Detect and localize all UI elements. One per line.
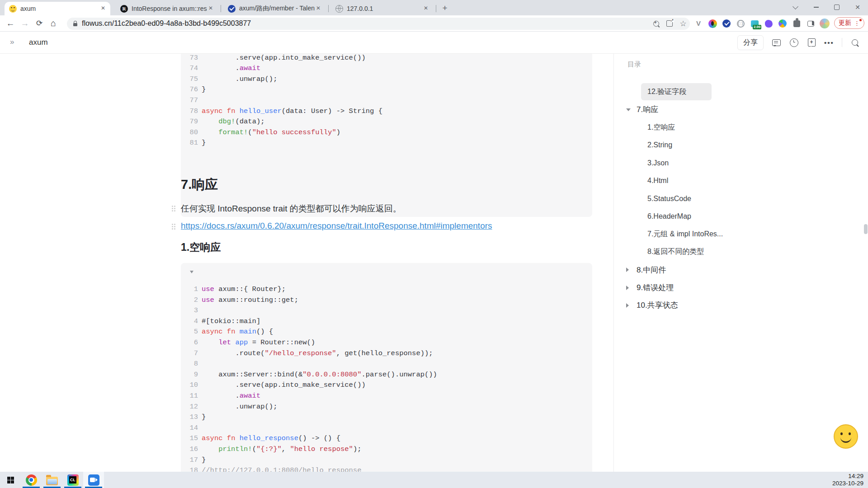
code-token: async bbox=[202, 107, 223, 115]
clion-taskbar-icon[interactable] bbox=[62, 472, 83, 488]
start-button[interactable] bbox=[0, 472, 21, 488]
back-button[interactable]: ← bbox=[4, 15, 17, 31]
drag-handle-icon[interactable] bbox=[172, 224, 173, 225]
code-token: await bbox=[240, 392, 261, 400]
close-tab-icon[interactable]: ✕ bbox=[315, 5, 322, 12]
line-number: 13 bbox=[181, 412, 198, 423]
code-line: 16 println!("{:?}", "hello respose"); bbox=[181, 444, 592, 455]
chevron-right-icon[interactable] bbox=[626, 303, 629, 308]
code-token: .unwrap(); bbox=[202, 403, 277, 411]
toc-item[interactable]: 8.返回不同的类型 bbox=[614, 243, 868, 261]
check-extension-icon[interactable] bbox=[721, 17, 732, 30]
history-icon[interactable] bbox=[789, 38, 799, 47]
toc-item[interactable]: 7.响应 bbox=[614, 101, 868, 118]
tab-search-icon[interactable] bbox=[785, 0, 806, 14]
code-token: println! bbox=[218, 445, 252, 453]
scrollbar-thumb[interactable] bbox=[864, 224, 868, 234]
side-panel-icon[interactable] bbox=[805, 17, 816, 30]
new-tab-button[interactable]: + bbox=[439, 3, 450, 14]
code-token: hello_response bbox=[240, 434, 298, 442]
home-button[interactable]: ⌂ bbox=[47, 15, 60, 31]
close-tab-icon[interactable]: ✕ bbox=[422, 5, 429, 12]
collapse-toggle-icon[interactable] bbox=[190, 271, 193, 273]
toc-item[interactable]: 1.空响应 bbox=[614, 118, 868, 136]
toc-item[interactable]: 12.验证字段 bbox=[614, 83, 868, 101]
share-page-icon[interactable] bbox=[663, 18, 676, 30]
json-extension-icon[interactable] bbox=[735, 17, 746, 30]
toc-item[interactable]: 2.String bbox=[614, 136, 868, 154]
code-token: format! bbox=[218, 128, 248, 136]
forward-button[interactable]: → bbox=[18, 15, 32, 31]
drag-handle-icon[interactable] bbox=[172, 206, 173, 207]
chevron-right-icon[interactable] bbox=[626, 286, 629, 290]
toc-item[interactable]: 5.StatusCode bbox=[614, 190, 868, 207]
toc-item-label: 9.错误处理 bbox=[637, 282, 674, 293]
toc-item[interactable]: 7.元组 & impl IntoRes... bbox=[614, 225, 868, 243]
line-number: 17 bbox=[181, 455, 198, 466]
code-token: .unwrap(); bbox=[202, 75, 277, 83]
chevron-right-icon[interactable] bbox=[626, 267, 629, 272]
recorder-taskbar-icon[interactable] bbox=[83, 472, 104, 488]
chevron-down-icon[interactable] bbox=[626, 108, 631, 111]
price-extension-icon[interactable]: 2.00 bbox=[749, 17, 760, 30]
docs-link[interactable]: https://docs.rs/axum/0.6.20/axum/respons… bbox=[181, 221, 492, 231]
camera-extension-icon[interactable] bbox=[707, 17, 718, 30]
purple-extension-icon[interactable] bbox=[763, 17, 774, 30]
toc-item-label: 8.返回不同的类型 bbox=[647, 247, 704, 257]
more-options-icon[interactable]: ••• bbox=[824, 38, 834, 47]
code-token bbox=[223, 107, 227, 115]
browser-tab[interactable]: 127.0.0.1✕ bbox=[331, 2, 433, 15]
bookmark-star-icon[interactable]: ☆ bbox=[676, 18, 690, 30]
reload-button[interactable]: ⟳ bbox=[33, 15, 46, 31]
share-button[interactable]: 分享 bbox=[737, 35, 764, 50]
toc-item[interactable]: 6.HeaderMap bbox=[614, 207, 868, 225]
toc-item[interactable]: 10.共享状态 bbox=[614, 296, 868, 314]
browser-tab[interactable]: IntoResponse in axum::respons✕ bbox=[116, 2, 218, 15]
browser-tab[interactable]: axum✕ bbox=[5, 2, 110, 15]
toc-item[interactable]: 9.错误处理 bbox=[614, 279, 868, 296]
tab-title: axum bbox=[20, 5, 99, 12]
zoom-level-icon[interactable] bbox=[649, 18, 663, 30]
toc-item[interactable]: 4.Html bbox=[614, 172, 868, 190]
toc-item-label: 3.Json bbox=[647, 159, 669, 167]
code-line: 77 bbox=[181, 95, 592, 106]
close-tab-icon[interactable]: ✕ bbox=[207, 5, 214, 12]
globe-favicon bbox=[335, 5, 343, 13]
address-bar[interactable]: flowus.cn/11c2bea0-ed09-4a8a-b3bd-b499c5… bbox=[67, 18, 690, 30]
toc-item-label: 1.空响应 bbox=[647, 123, 675, 132]
close-window-button[interactable]: ✕ bbox=[847, 0, 868, 14]
line-number: 5 bbox=[181, 327, 198, 338]
v-extension-icon[interactable] bbox=[693, 17, 704, 30]
maximize-button[interactable] bbox=[826, 0, 847, 14]
pie-extension-icon[interactable] bbox=[777, 17, 788, 30]
puzzle-extensions-icon[interactable] bbox=[791, 17, 802, 30]
code-token: let bbox=[218, 338, 231, 347]
browser-menu-icon[interactable]: ⋮ bbox=[854, 20, 860, 27]
expand-sidebar-icon[interactable]: » bbox=[10, 38, 13, 47]
close-tab-icon[interactable]: ✕ bbox=[99, 5, 107, 12]
assistant-smiley-button[interactable] bbox=[834, 424, 858, 449]
toc-item[interactable]: 3.Json bbox=[614, 154, 868, 172]
profile-avatar-icon[interactable] bbox=[819, 17, 830, 30]
code-token: (data); bbox=[235, 117, 264, 126]
chrome-taskbar-icon[interactable] bbox=[21, 472, 42, 488]
search-icon[interactable] bbox=[850, 38, 860, 47]
lock-icon[interactable] bbox=[73, 23, 77, 26]
browser-update-button[interactable]: 更新 ⋮ bbox=[834, 17, 864, 29]
browser-tab-strip: axum✕IntoResponse in axum::respons✕axum/… bbox=[0, 0, 868, 15]
code-line: 76} bbox=[181, 84, 592, 95]
minimize-button[interactable] bbox=[806, 0, 826, 14]
taskbar-clock[interactable]: 14:29 2023-10-29 bbox=[832, 472, 863, 488]
browser-tab[interactable]: axum/路由/member - Talend A✕ bbox=[223, 2, 326, 15]
favorite-add-icon[interactable] bbox=[807, 38, 816, 47]
code-token: , get(hello_response)); bbox=[336, 349, 433, 357]
taskbar-apps bbox=[0, 472, 104, 488]
toc-item-label: 2.String bbox=[647, 141, 672, 149]
toc-item[interactable]: 8.中间件 bbox=[614, 261, 868, 279]
code-token: .parse().unwrap()) bbox=[361, 371, 437, 379]
url-text[interactable]: flowus.cn/11c2bea0-ed09-4a8a-b3bd-b499c5… bbox=[82, 19, 649, 28]
rust-docs-favicon bbox=[120, 5, 128, 13]
explorer-taskbar-icon[interactable] bbox=[42, 472, 62, 488]
comments-icon[interactable] bbox=[771, 38, 781, 47]
code-token: , bbox=[282, 445, 290, 453]
